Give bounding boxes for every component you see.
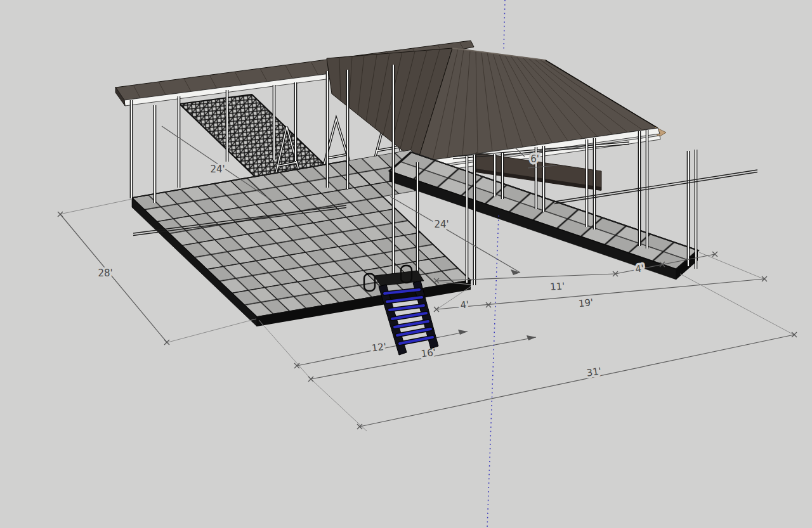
dim-label: 12' [371,341,387,354]
model-canvas[interactable]: 24' 28' 24' 6' 11' 4' 4' 19' [0,0,812,528]
dim-label: 19' [578,297,594,309]
dim-label: 11' [549,280,565,293]
dim-label: 31' [586,365,602,378]
dimension-28ft: 28' [58,212,169,345]
dim-label: 4' [460,299,470,311]
cad-viewport[interactable]: 24' 28' 24' 6' 11' 4' 4' 19' [0,0,812,528]
dim-label: 28' [98,267,112,279]
blue-axis-line-top [504,0,505,50]
dimension-16ft: 16' [308,335,536,382]
dim-label: 6' [530,153,539,165]
dim-label: 24' [210,164,225,175]
blue-axis-line-bottom [487,216,499,528]
dim-label: 4' [634,262,645,275]
dim-label: 16' [421,347,436,360]
dimension-12ft: 12' [294,330,468,368]
dimension-31ft: 31' [357,332,797,429]
dimension-4ft-19ft-chain: 4' 19' [434,276,767,312]
dim-label: 24' [434,219,449,230]
